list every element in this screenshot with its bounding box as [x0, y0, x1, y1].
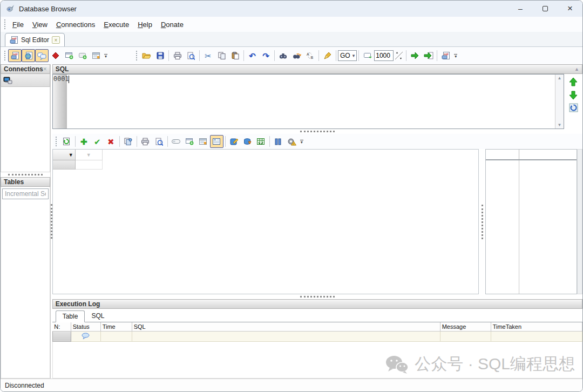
- log-tab-table[interactable]: Table: [56, 310, 85, 322]
- refresh-grid-button[interactable]: [60, 135, 73, 148]
- toggle-browser-button[interactable]: [22, 49, 35, 62]
- detail-scrollbar[interactable]: [577, 149, 582, 294]
- result-grid[interactable]: ▼ ▼: [52, 149, 479, 294]
- log-splitter[interactable]: [52, 294, 582, 299]
- undo-button[interactable]: ↶: [246, 49, 259, 62]
- grid-filter-cell[interactable]: ▼: [53, 150, 76, 160]
- log-col-timetaken[interactable]: TimeTaken: [491, 322, 582, 331]
- detail-column-1: [486, 160, 519, 294]
- open-file-button[interactable]: [140, 49, 153, 62]
- print-preview-button[interactable]: [184, 49, 198, 62]
- sql-editor-area[interactable]: [67, 75, 555, 129]
- minimize-button[interactable]: –: [508, 1, 533, 17]
- incremental-search-input[interactable]: [2, 188, 49, 199]
- import-data-button[interactable]: [241, 135, 254, 148]
- sql-document-icon: sql: [10, 36, 18, 44]
- connections-close-icon[interactable]: ×: [43, 65, 47, 73]
- clean-button[interactable]: [321, 49, 334, 62]
- menu-view[interactable]: View: [28, 19, 52, 30]
- log-row-selector[interactable]: [52, 331, 71, 341]
- connections-list[interactable]: [1, 87, 50, 172]
- print-grid-button[interactable]: [139, 135, 152, 148]
- edit-data-button[interactable]: [227, 135, 241, 148]
- form-view-button[interactable]: [89, 49, 103, 62]
- save-button[interactable]: [153, 49, 167, 62]
- tables-list[interactable]: [1, 201, 50, 379]
- log-tab-sql[interactable]: SQL: [85, 310, 111, 322]
- add-row-button[interactable]: ✚: [77, 135, 91, 148]
- row-limit-spinner[interactable]: [394, 50, 404, 61]
- history-up-button[interactable]: [568, 77, 578, 87]
- result-toolbar-overflow-icon[interactable]: ▾: [299, 135, 305, 148]
- history-down-button[interactable]: [568, 90, 578, 100]
- menu-file[interactable]: File: [8, 19, 28, 30]
- menu-donate[interactable]: Donate: [157, 19, 188, 30]
- print-button[interactable]: [171, 49, 184, 62]
- delete-row-button[interactable]: ✖: [104, 135, 118, 148]
- columns-button[interactable]: [272, 135, 285, 148]
- sql-script-button[interactable]: sql: [439, 49, 452, 62]
- grid-vertical-splitter[interactable]: [479, 149, 485, 294]
- new-window-button[interactable]: [62, 49, 76, 62]
- result-toolbar-grip[interactable]: [55, 137, 58, 146]
- replace-ab-button[interactable]: AB: [303, 49, 317, 62]
- log-col-n[interactable]: N:: [52, 322, 71, 331]
- svg-text:sql: sql: [12, 37, 17, 40]
- tab-close-icon[interactable]: ×: [52, 36, 60, 44]
- sql-grid-splitter[interactable]: [52, 129, 582, 134]
- form-view-grid-button[interactable]: [196, 135, 210, 148]
- toolbar-grip-2[interactable]: [135, 51, 138, 60]
- svg-text:B: B: [311, 56, 314, 59]
- popup-view-button[interactable]: [183, 135, 196, 148]
- grid-cell[interactable]: [76, 160, 103, 170]
- limit-rows-button[interactable]: [361, 49, 374, 62]
- left-splitter[interactable]: [1, 172, 50, 177]
- find-button[interactable]: [276, 49, 290, 62]
- log-row[interactable]: [52, 331, 582, 341]
- toolbar-overflow-icon-2[interactable]: ▾: [452, 49, 459, 62]
- detail-column-header-1[interactable]: [486, 150, 519, 159]
- menu-execute[interactable]: Execute: [99, 19, 133, 30]
- find-replace-button[interactable]: [290, 49, 303, 62]
- maximize-button[interactable]: [533, 1, 558, 17]
- execute-button[interactable]: [408, 49, 422, 62]
- menu-connections[interactable]: Connections: [52, 19, 99, 30]
- sql-editor-scrollbar[interactable]: ▲ ▼: [555, 75, 564, 129]
- toggle-messages-button[interactable]: [35, 49, 49, 62]
- toolbar-overflow-icon[interactable]: ▾: [103, 49, 109, 62]
- copy-button[interactable]: [215, 49, 228, 62]
- preview-grid-button[interactable]: [152, 135, 166, 148]
- breakpoint-button[interactable]: [49, 49, 62, 62]
- grid-row-selector[interactable]: [53, 160, 76, 170]
- go-select[interactable]: GO ▾: [338, 50, 357, 61]
- new-panel-button[interactable]: [76, 49, 89, 62]
- log-col-message[interactable]: Message: [440, 322, 491, 331]
- column-dropdown-icon: ▼: [86, 152, 91, 158]
- cut-button[interactable]: ✂: [201, 49, 215, 62]
- toolbar-grip-1[interactable]: [3, 51, 6, 60]
- redo-button[interactable]: ↷: [259, 49, 273, 62]
- row-limit-input[interactable]: [374, 50, 394, 61]
- log-col-sql[interactable]: SQL: [132, 322, 440, 331]
- paste-button[interactable]: [228, 49, 242, 62]
- log-col-time[interactable]: Time: [100, 322, 132, 331]
- tab-sql-editor[interactable]: sql Sql Editor ×: [5, 33, 65, 46]
- copy-rows-button[interactable]: [121, 135, 135, 148]
- settings-warning-button[interactable]: !: [285, 135, 299, 148]
- toggle-sql-editor-button[interactable]: sql: [8, 49, 22, 62]
- connection-icon[interactable]: [3, 76, 12, 85]
- cell-view-button[interactable]: [170, 135, 183, 148]
- menu-grip[interactable]: [3, 19, 6, 29]
- log-col-status[interactable]: Status: [71, 322, 100, 331]
- menu-help[interactable]: Help: [133, 19, 157, 30]
- commit-button[interactable]: ✔: [91, 135, 104, 148]
- detail-table[interactable]: [485, 149, 577, 294]
- close-button[interactable]: ×: [558, 1, 582, 17]
- log-message-cell: [440, 331, 491, 341]
- collapse-panel-icon[interactable]: ▲: [574, 66, 579, 72]
- export-data-button[interactable]: [254, 135, 268, 148]
- execute-script-button[interactable]: [422, 49, 435, 62]
- refresh-button[interactable]: [569, 103, 578, 112]
- grid-column-header[interactable]: ▼: [76, 150, 103, 160]
- record-view-button[interactable]: [210, 135, 223, 148]
